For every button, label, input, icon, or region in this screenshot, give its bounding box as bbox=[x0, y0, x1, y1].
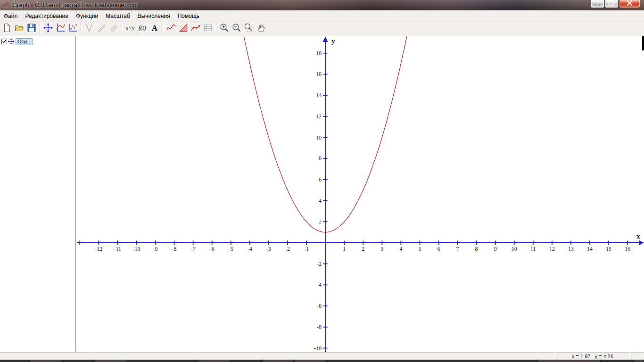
taskbar-button-sliver bbox=[294, 360, 325, 362]
svg-text:4: 4 bbox=[399, 246, 402, 252]
new-file-button[interactable] bbox=[1, 23, 13, 35]
open-file-button[interactable] bbox=[13, 23, 25, 35]
axes-item-label: Оси... bbox=[16, 38, 33, 45]
toolbar-separator bbox=[40, 24, 40, 34]
svg-text:10: 10 bbox=[316, 134, 322, 141]
svg-text:A: A bbox=[152, 24, 158, 33]
graph-options-button[interactable] bbox=[54, 23, 66, 35]
restore-button[interactable] bbox=[605, 0, 619, 8]
svg-text:-4: -4 bbox=[248, 246, 252, 252]
menu-item-file[interactable]: Файл bbox=[0, 11, 22, 21]
insert-tangent-icon bbox=[83, 22, 95, 35]
insert-trendline-icon bbox=[165, 22, 177, 35]
close-icon bbox=[626, 0, 634, 8]
statusbar: x = 1.97 y = 4.26 bbox=[0, 352, 644, 360]
menu-item-help[interactable]: Помощь bbox=[174, 11, 203, 21]
svg-text:-7: -7 bbox=[191, 246, 196, 252]
zoom-in-icon bbox=[219, 22, 230, 35]
right-edge-artifact bbox=[642, 36, 644, 50]
close-button[interactable] bbox=[619, 0, 640, 8]
svg-text:-4: -4 bbox=[317, 281, 322, 288]
insert-shading-button[interactable] bbox=[177, 23, 190, 35]
svg-text:13: 13 bbox=[568, 246, 574, 252]
svg-text:3: 3 bbox=[380, 246, 383, 252]
zoom-window-icon bbox=[243, 22, 255, 35]
pan-icon bbox=[256, 22, 267, 35]
svg-text:8: 8 bbox=[319, 155, 322, 162]
zoom-window-button[interactable] bbox=[243, 23, 255, 35]
svg-text:15: 15 bbox=[606, 246, 611, 252]
svg-text:-2: -2 bbox=[317, 261, 322, 267]
insert-function-icon: f(t) bbox=[136, 22, 149, 35]
insert-relation-button[interactable]: x<y bbox=[124, 23, 136, 35]
taskbar-button-sliver bbox=[198, 360, 230, 362]
insert-hatching-icon bbox=[108, 22, 119, 35]
svg-text:6: 6 bbox=[319, 176, 322, 183]
insert-point-series-icon bbox=[190, 22, 201, 35]
zoom-out-button[interactable] bbox=[231, 23, 243, 35]
insert-normal-button bbox=[95, 23, 107, 35]
svg-text:-8: -8 bbox=[172, 246, 177, 252]
plot-area[interactable]: -12-11-10-9-8-7-6-5-4-3-2-11234567891011… bbox=[76, 36, 644, 352]
restore-icon bbox=[608, 0, 616, 8]
zoom-out-icon bbox=[231, 22, 242, 35]
function-list-item-axes[interactable]: Оси... bbox=[1, 38, 75, 45]
point-plot-button[interactable] bbox=[66, 23, 79, 35]
svg-text:-6: -6 bbox=[210, 246, 215, 252]
y-axis: -10-8-6-4-224681012141618y bbox=[314, 37, 335, 353]
insert-tangent-button bbox=[83, 23, 95, 35]
svg-text:f(t): f(t) bbox=[139, 24, 146, 31]
minimize-icon bbox=[594, 0, 602, 8]
taskbar-sliver[interactable] bbox=[0, 360, 644, 362]
svg-text:1: 1 bbox=[343, 246, 346, 252]
toolbar-separator bbox=[81, 24, 81, 34]
axes-visibility-checkbox[interactable] bbox=[1, 39, 7, 44]
svg-text:-5: -5 bbox=[229, 246, 233, 252]
zoom-in-button[interactable] bbox=[218, 23, 231, 35]
svg-text:-6: -6 bbox=[317, 303, 322, 309]
taskbar-button-sliver bbox=[262, 360, 293, 362]
minimize-button[interactable] bbox=[591, 0, 604, 8]
menu-item-calculate[interactable]: Вычисления bbox=[134, 11, 174, 21]
graph-options-icon bbox=[55, 22, 66, 35]
save-file-button[interactable] bbox=[25, 23, 38, 35]
svg-text:18: 18 bbox=[316, 50, 322, 57]
svg-text:6: 6 bbox=[437, 246, 440, 252]
graph-application-window: Graph - C:\Users\Настя\Downloads\вапер.g… bbox=[0, 0, 644, 362]
function-list-panel: Оси... bbox=[0, 36, 76, 352]
insert-trendline-button[interactable] bbox=[165, 23, 177, 35]
insert-function-button[interactable]: f(t) bbox=[136, 23, 149, 35]
insert-hatching-button bbox=[107, 23, 120, 35]
open-file-icon bbox=[14, 22, 25, 35]
svg-text:14: 14 bbox=[587, 246, 593, 252]
pan-button[interactable] bbox=[255, 23, 267, 35]
taskbar-button-sliver bbox=[94, 360, 127, 362]
insert-normal-icon bbox=[96, 22, 107, 35]
titlebar: Graph - C:\Users\Настя\Downloads\вапер.g… bbox=[0, 0, 644, 10]
menu-item-functions[interactable]: Функции bbox=[72, 11, 102, 21]
insert-shading-icon bbox=[178, 22, 189, 35]
svg-text:2: 2 bbox=[362, 246, 364, 252]
svg-text:2: 2 bbox=[319, 218, 322, 225]
svg-text:8: 8 bbox=[475, 246, 478, 252]
statusbar-spacer bbox=[0, 353, 555, 360]
show-table-icon bbox=[202, 22, 214, 35]
taskbar-button-sliver bbox=[537, 360, 601, 362]
axes-crosshair-icon bbox=[8, 38, 15, 45]
axes-settings-button[interactable] bbox=[42, 23, 54, 35]
svg-text:-10: -10 bbox=[132, 246, 140, 252]
menu-item-zoom[interactable]: Масштаб bbox=[102, 11, 133, 21]
insert-point-series-button[interactable] bbox=[190, 23, 202, 35]
svg-text:-8: -8 bbox=[317, 324, 322, 330]
svg-text:12: 12 bbox=[316, 113, 322, 120]
menubar: ФайлРедактированиеФункцииМасштабВычислен… bbox=[0, 10, 644, 22]
statusbar-right-cell bbox=[630, 353, 644, 360]
svg-text:7: 7 bbox=[456, 246, 459, 252]
svg-text:-10: -10 bbox=[314, 345, 322, 352]
svg-text:11: 11 bbox=[530, 246, 536, 252]
insert-label-button[interactable]: A bbox=[149, 23, 161, 35]
svg-text:9: 9 bbox=[494, 246, 497, 252]
menu-item-edit[interactable]: Редактирование bbox=[22, 11, 72, 21]
svg-text:4: 4 bbox=[319, 197, 322, 204]
show-table-button bbox=[202, 23, 214, 35]
